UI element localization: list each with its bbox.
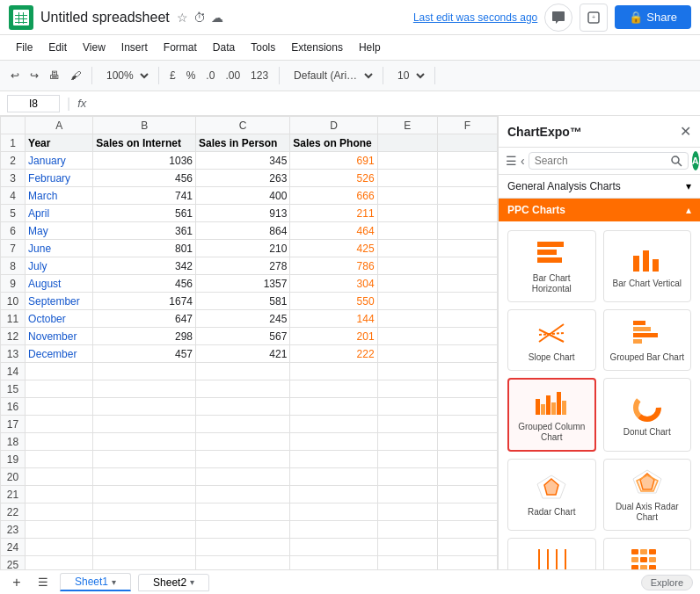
cell[interactable] [377, 275, 437, 293]
chart-item-dual-axis-radar[interactable]: Dual Axis Radar Chart [603, 459, 692, 531]
cell[interactable]: 561 [93, 205, 196, 222]
cell[interactable] [26, 503, 93, 521]
dec-decimals-button[interactable]: .0 [202, 68, 218, 83]
menu-tools[interactable]: Tools [244, 40, 282, 55]
panel-close-button[interactable]: ✕ [680, 123, 691, 140]
chart-item-radar[interactable]: Radar Chart [507, 459, 596, 531]
cell[interactable]: Sales on Phone [290, 134, 377, 152]
cell[interactable]: 425 [290, 240, 377, 257]
cell[interactable] [377, 398, 437, 416]
cell[interactable] [377, 187, 437, 205]
panel-menu-icon[interactable]: ☰ [506, 154, 517, 168]
menu-format[interactable]: Format [157, 40, 204, 55]
chart-item-bar-horizontal[interactable]: Bar Chart Horizontal [507, 230, 596, 302]
cell[interactable] [93, 521, 196, 539]
cell[interactable]: 666 [290, 187, 377, 205]
cell[interactable] [377, 205, 437, 222]
cell[interactable] [290, 398, 377, 416]
cell[interactable]: 647 [93, 310, 196, 328]
cell[interactable]: 913 [196, 205, 290, 222]
cell[interactable] [290, 363, 377, 380]
cell[interactable] [377, 539, 437, 556]
cell[interactable] [377, 152, 437, 170]
cell[interactable]: 421 [196, 345, 290, 363]
cell[interactable] [437, 398, 497, 416]
cell[interactable]: January [26, 152, 93, 170]
cell[interactable]: 864 [196, 222, 290, 240]
cell[interactable]: 210 [196, 240, 290, 257]
cell[interactable] [26, 451, 93, 468]
cell[interactable] [290, 486, 377, 503]
chart-item-donut[interactable]: Donut Chart [603, 378, 692, 452]
cell[interactable] [196, 433, 290, 451]
cell[interactable]: 222 [290, 345, 377, 363]
cell[interactable] [437, 433, 497, 451]
sheet-menu-button[interactable]: ☰ [33, 573, 53, 592]
cell[interactable] [26, 433, 93, 451]
cell[interactable]: 201 [290, 328, 377, 345]
menu-view[interactable]: View [76, 40, 113, 55]
chart-item-grouped-column[interactable]: Grouped Column Chart [507, 378, 596, 452]
cell[interactable] [437, 345, 497, 363]
cell[interactable] [377, 521, 437, 539]
cell[interactable] [437, 328, 497, 345]
cell[interactable] [437, 275, 497, 293]
panel-back-icon[interactable]: ‹ [521, 154, 525, 168]
cell[interactable] [437, 363, 497, 380]
cell[interactable] [377, 556, 437, 570]
cell[interactable] [26, 363, 93, 380]
cell[interactable] [377, 468, 437, 486]
cell[interactable] [93, 556, 196, 570]
chart-item-matrix[interactable]: Matrix Chart [507, 538, 596, 569]
cell[interactable]: 567 [196, 328, 290, 345]
cell[interactable] [437, 380, 497, 398]
category-dropdown[interactable]: General Analysis Charts ▾ [499, 175, 700, 199]
cell[interactable]: 342 [93, 257, 196, 275]
cell[interactable] [437, 257, 497, 275]
cell[interactable] [93, 451, 196, 468]
cell[interactable] [196, 503, 290, 521]
spreadsheet-area[interactable]: A B C D E F 1YearSales on InternetSales … [0, 116, 498, 569]
cell[interactable]: June [26, 240, 93, 257]
cell[interactable]: 786 [290, 257, 377, 275]
add-sheet-button[interactable]: + [7, 573, 26, 592]
cell[interactable] [437, 468, 497, 486]
cell[interactable]: 1036 [93, 152, 196, 170]
cell[interactable] [437, 451, 497, 468]
cell[interactable] [437, 486, 497, 503]
cell[interactable]: October [26, 310, 93, 328]
cell[interactable] [377, 310, 437, 328]
chart-item-bar-vertical[interactable]: Bar Chart Vertical [603, 230, 692, 302]
share-button[interactable]: 🔒 Share [615, 5, 691, 29]
sheet2-arrow[interactable]: ▾ [190, 577, 194, 587]
cell[interactable] [290, 521, 377, 539]
cell[interactable] [93, 468, 196, 486]
cell[interactable]: August [26, 275, 93, 293]
cell[interactable]: September [26, 293, 93, 310]
font-select[interactable]: Default (Ari… [287, 67, 376, 84]
cell[interactable]: Sales in Person [196, 134, 290, 152]
cell[interactable] [26, 416, 93, 433]
chart-item-grouped-bar[interactable]: Grouped Bar Chart [603, 309, 692, 371]
cell[interactable] [377, 257, 437, 275]
cell[interactable] [290, 556, 377, 570]
cell[interactable] [196, 380, 290, 398]
cell[interactable]: 1674 [93, 293, 196, 310]
font-size-select[interactable]: 10 [390, 67, 427, 84]
undo-button[interactable]: ↩ [7, 68, 23, 83]
sheet-tab-sheet2[interactable]: Sheet2 ▾ [138, 574, 209, 591]
cell[interactable]: 263 [196, 170, 290, 187]
cell[interactable] [290, 451, 377, 468]
cell[interactable] [196, 521, 290, 539]
cell[interactable]: 691 [290, 152, 377, 170]
cell[interactable] [290, 380, 377, 398]
cell[interactable] [26, 398, 93, 416]
col-header-F[interactable]: F [437, 117, 497, 134]
drive-icon[interactable]: ☁ [211, 11, 223, 25]
cell[interactable] [377, 328, 437, 345]
explore-button[interactable]: Explore [641, 575, 693, 590]
menu-insert[interactable]: Insert [114, 40, 155, 55]
cell[interactable]: 345 [196, 152, 290, 170]
cell[interactable] [93, 433, 196, 451]
cell[interactable] [437, 503, 497, 521]
